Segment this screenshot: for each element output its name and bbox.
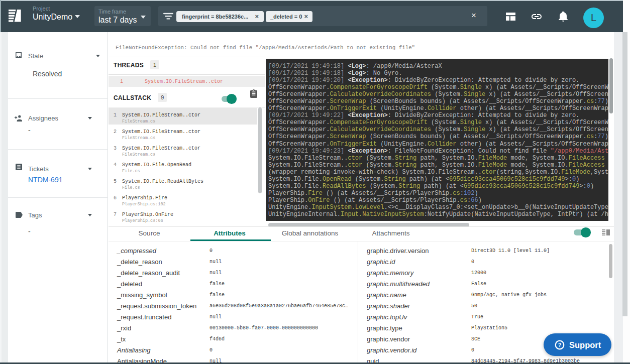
svg-text:?: ?	[558, 342, 562, 348]
